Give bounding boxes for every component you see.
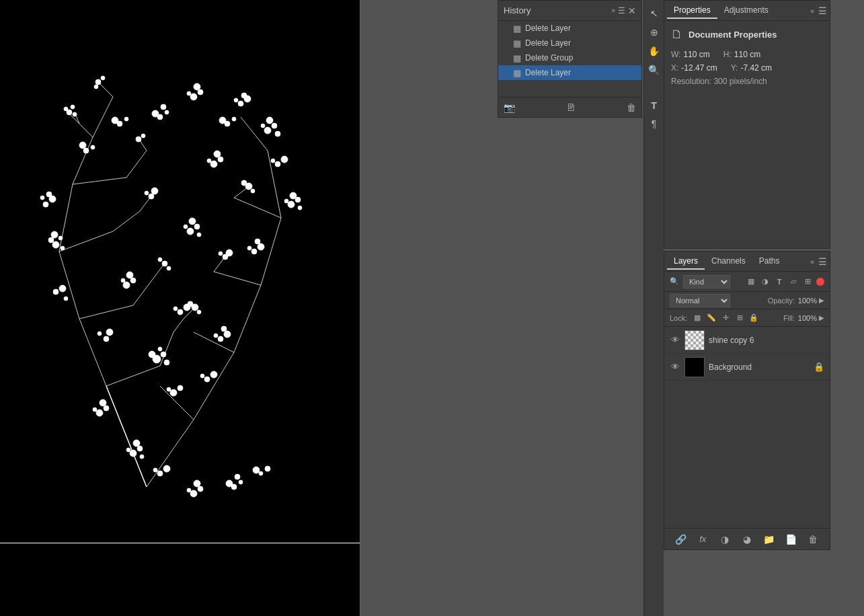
select-tool-button[interactable]: ↖: [646, 5, 662, 22]
svg-point-92: [83, 148, 89, 153]
svg-point-134: [239, 480, 243, 484]
svg-point-164: [218, 157, 223, 162]
lock-all-button[interactable]: 🔒: [748, 312, 760, 324]
svg-point-125: [140, 455, 144, 459]
blend-mode-select[interactable]: Normal: [670, 294, 730, 307]
svg-point-165: [207, 159, 211, 163]
delete-state-button[interactable]: 🗑: [627, 102, 636, 113]
tab-channels[interactable]: Channels: [705, 254, 752, 270]
svg-point-100: [173, 307, 178, 311]
history-item[interactable]: ▦ Delete Group: [498, 50, 641, 65]
paragraph-tool-button[interactable]: ¶: [646, 116, 662, 132]
prop-width-field: W: 110 cm: [671, 50, 710, 59]
svg-point-140: [64, 297, 68, 301]
tab-paths[interactable]: Paths: [752, 254, 787, 270]
toolbox: ↖ ⊕ ✋ 🔍 T ¶: [643, 0, 664, 616]
lock-transparent-button[interactable]: ▦: [691, 312, 703, 324]
add-adjustment-button[interactable]: ◕: [740, 532, 754, 547]
svg-point-77: [126, 272, 133, 278]
fill-value[interactable]: 100%: [797, 314, 817, 322]
prop-w-value: 110 cm: [683, 50, 709, 59]
filter-shape-button[interactable]: ▱: [787, 276, 799, 288]
svg-point-59: [219, 252, 223, 256]
history-list: ▦ Delete Layer ▦ Delete Layer ▦ Delete G…: [498, 21, 641, 97]
svg-point-101: [218, 336, 223, 342]
layer-visibility-toggle[interactable]: 👁: [670, 335, 680, 346]
svg-point-40: [197, 310, 201, 314]
filter-kind-select[interactable]: Kind: [683, 275, 730, 288]
hand-tool-button[interactable]: ✋: [646, 43, 662, 59]
svg-point-96: [124, 117, 128, 121]
filter-type-button[interactable]: T: [773, 276, 785, 288]
history-item[interactable]: ▦ Delete Layer: [498, 36, 641, 50]
svg-point-54: [241, 180, 247, 186]
zoom-tool-button[interactable]: 🔍: [646, 62, 662, 78]
layers-collapse-icon[interactable]: «: [810, 258, 814, 266]
delete-layer-button[interactable]: 🗑: [806, 532, 820, 547]
history-item[interactable]: ▦ Delete Layer: [498, 21, 641, 36]
svg-point-112: [290, 192, 297, 199]
fx-button[interactable]: fx: [695, 532, 710, 547]
svg-point-136: [235, 474, 240, 479]
create-snapshot-button[interactable]: 📷: [504, 102, 515, 113]
tab-layers[interactable]: Layers: [667, 254, 705, 270]
svg-point-102: [224, 331, 231, 338]
properties-panel: Properties Adjustments « ☰ 🗋 Document Pr…: [664, 0, 830, 249]
layer-item-background[interactable]: 👁 Background 🔒: [664, 354, 830, 381]
history-expand-icon[interactable]: »: [611, 7, 615, 14]
filter-pixel-button[interactable]: ▦: [745, 276, 757, 288]
lock-position-button[interactable]: ✛: [719, 312, 732, 324]
prop-wh-row: W: 110 cm H: 110 cm: [671, 50, 823, 59]
lock-pixels-button[interactable]: ✏️: [705, 312, 717, 324]
history-item-label: Delete Layer: [525, 68, 571, 77]
lock-artboard-button[interactable]: ⊞: [734, 312, 746, 324]
link-layers-button[interactable]: 🔗: [673, 532, 688, 547]
layers-menu-icon[interactable]: ☰: [818, 256, 827, 267]
history-item-label: Delete Layer: [525, 24, 571, 33]
prop-h-value: 110 cm: [734, 50, 760, 59]
svg-point-159: [194, 83, 200, 90]
canvas-artwork: [26, 16, 335, 527]
filter-toggle-circle[interactable]: [816, 278, 824, 286]
svg-point-114: [275, 161, 280, 167]
tab-properties[interactable]: Properties: [667, 3, 717, 19]
svg-point-61: [48, 237, 54, 243]
crop-tool-button[interactable]: ⊕: [646, 24, 662, 40]
filter-smart-button[interactable]: ⊞: [801, 276, 814, 288]
properties-menu-icon[interactable]: ☰: [818, 5, 827, 16]
svg-point-138: [265, 466, 270, 471]
history-menu-icon[interactable]: ☰: [618, 6, 625, 15]
history-item-label: Delete Layer: [525, 38, 571, 48]
opacity-arrow[interactable]: ▶: [819, 297, 824, 304]
svg-point-119: [93, 408, 97, 412]
history-close-icon[interactable]: ✕: [628, 6, 636, 15]
add-mask-button[interactable]: ◑: [717, 532, 732, 547]
canvas-document[interactable]: [0, 0, 360, 543]
svg-point-113: [298, 206, 302, 210]
new-layer-button[interactable]: 📄: [784, 532, 799, 547]
opacity-value[interactable]: 100%: [797, 297, 817, 305]
new-document-button[interactable]: 🖹: [566, 102, 576, 113]
svg-point-139: [253, 467, 260, 473]
svg-point-44: [167, 266, 171, 270]
layers-filter-row: 🔍 Kind ▦ ◑ T ▱ ⊞: [664, 272, 830, 292]
layer-visibility-toggle[interactable]: 👁: [670, 362, 680, 373]
properties-collapse-icon[interactable]: «: [810, 7, 814, 15]
history-panel-header-left: History: [504, 5, 531, 15]
svg-point-81: [189, 218, 196, 225]
text-tool-button[interactable]: T: [646, 97, 662, 113]
svg-point-68: [46, 192, 52, 197]
svg-point-50: [136, 137, 141, 142]
layer-item-shine-copy-6[interactable]: 👁 shine copy 6: [664, 327, 830, 354]
history-item-selected[interactable]: ▦ Delete Layer: [498, 65, 641, 80]
svg-point-78: [187, 228, 194, 235]
tab-adjustments[interactable]: Adjustments: [717, 3, 775, 19]
svg-point-67: [40, 196, 44, 200]
fill-label: Fill:: [783, 314, 795, 322]
add-group-button[interactable]: 📁: [762, 532, 777, 547]
svg-point-157: [198, 89, 203, 95]
fill-arrow[interactable]: ▶: [819, 314, 824, 321]
svg-point-121: [130, 450, 136, 457]
svg-point-108: [255, 239, 260, 244]
filter-adjustment-button[interactable]: ◑: [759, 276, 771, 288]
